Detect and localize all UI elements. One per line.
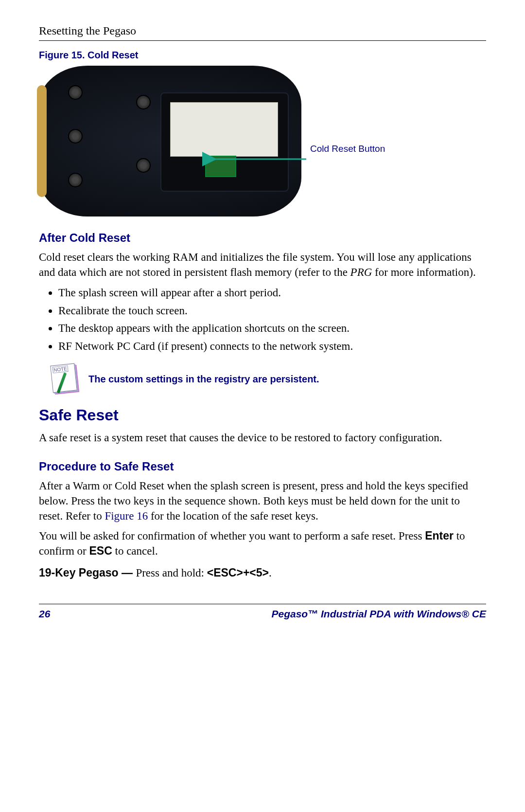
safe-reset-heading: Safe Reset [39,406,486,424]
after-cold-reset-list: The splash screen will appear after a sh… [58,285,486,355]
list-item: The desktop appears with the application… [58,320,486,337]
list-item: RF Network PC Card (if present) connects… [58,338,486,355]
key-combo: <ESC>+<5> [207,566,269,579]
text-part: for more information). [372,266,475,278]
key-enter: Enter [425,529,454,542]
figure-callout-label: Cold Reset Button [310,144,385,154]
list-item: The splash screen will appear after a sh… [58,285,486,302]
text-italic: PRG [350,266,372,278]
procedure-paragraph-1: After a Warm or Cold Reset when the spla… [39,478,486,523]
manual-page: Resetting the Pegaso Figure 15. Cold Res… [0,0,525,639]
footer-title: Pegaso™ Industrial PDA with Windows® CE [271,608,486,620]
key-combo-line: 19-Key Pegaso — Press and hold: <ESC>+<5… [39,566,486,579]
after-cold-reset-heading: After Cold Reset [39,231,486,245]
key-esc: ESC [89,544,112,557]
list-item: Recalibrate the touch screen. [58,303,486,320]
page-number: 26 [39,608,50,620]
text-part: to cancel. [112,545,158,557]
battery-compartment [160,92,289,192]
after-cold-reset-paragraph: Cold reset clears the working RAM and in… [39,250,486,280]
text-part: Press and hold: [136,567,207,579]
device-photo [39,66,301,217]
procedure-paragraph-2: You will be asked for confirmation of wh… [39,528,486,559]
text-part: . [269,567,272,579]
text-part: for the location of the safe reset keys. [148,510,318,522]
text-part: You will be asked for confirmation of wh… [39,530,425,542]
key-model-label: 19-Key Pegaso — [39,566,136,579]
note-icon [49,363,80,395]
page-footer: 26 Pegaso™ Industrial PDA with Windows® … [39,604,486,620]
note-text: The custom settings in the registry are … [88,374,319,385]
figure-15-image: Cold Reset Button [39,66,379,217]
figure-caption: Figure 15. Cold Reset [39,50,486,61]
page-header: Resetting the Pegaso [39,24,486,41]
safe-reset-intro: A safe reset is a system reset that caus… [39,430,486,445]
procedure-heading: Procedure to Safe Reset [39,460,486,473]
note-block: The custom settings in the registry are … [49,363,486,395]
figure-reference-link[interactable]: Figure 16 [105,510,148,522]
callout-arrow-icon [209,154,306,166]
